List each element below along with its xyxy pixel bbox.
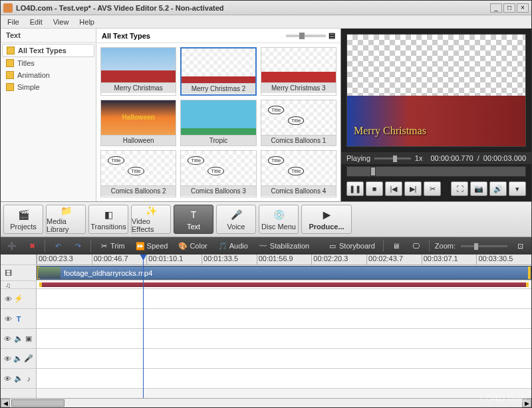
next-frame-button[interactable]: ▶| [404, 181, 422, 196]
mic-icon[interactable]: 🎤 [24, 354, 33, 363]
text-track[interactable] [37, 309, 531, 329]
toolbar-produce-button[interactable]: ▶Produce... [301, 205, 352, 234]
audio-button[interactable]: 🎵Audio [215, 240, 251, 252]
text-preset-tropic[interactable]: Tropic [180, 100, 256, 147]
menu-help[interactable]: Help [75, 17, 98, 27]
toolbar-disc-menu-button[interactable]: 💿Disc Menu [259, 205, 299, 234]
text-preset-comics-balloons-1[interactable]: TitleTitleComics Balloons 1 [261, 100, 336, 147]
scroll-right-button[interactable]: ▶ [522, 399, 531, 407]
text-preset-comics-balloons-2[interactable]: TitleTitleComics Balloons 2 [100, 150, 176, 197]
video-clip[interactable]: footage_oldharryrocks.mp4 [37, 266, 531, 280]
ruler-tick: 00:00:46.7 [92, 255, 147, 264]
toolbar-projects-button[interactable]: 🎬Projects [3, 205, 43, 234]
speaker-icon[interactable]: 🔈 [13, 354, 23, 363]
app-icon [3, 3, 13, 13]
eye-icon[interactable]: 👁 [3, 314, 13, 324]
list-view-icon[interactable]: ▤ [329, 31, 335, 40]
close-button[interactable]: × [517, 3, 529, 13]
fullscreen-button[interactable]: ⛶ [451, 181, 468, 196]
volume-button[interactable]: 🔊 [489, 181, 507, 196]
eye-icon[interactable]: 👁 [3, 334, 13, 344]
window-title: LO4D.com - Test.vep* - AVS Video Editor … [16, 4, 490, 12]
lightning-icon[interactable]: ⚡ [14, 294, 23, 304]
playhead[interactable] [143, 255, 144, 398]
timeline-ruler[interactable]: 00:00:23.300:00:46.700:01:10.100:01:33.5… [37, 255, 531, 265]
sidebar-item-simple[interactable]: Simple [2, 81, 94, 93]
trim-button[interactable]: ✂Trim [96, 240, 128, 252]
text-preset-merry-christmas[interactable]: Merry Christmas [100, 47, 176, 96]
delete-button[interactable]: ✖ [25, 240, 39, 252]
menu-view[interactable]: View [49, 17, 73, 27]
prev-frame-button[interactable]: |◀ [385, 181, 402, 196]
voice-track[interactable] [37, 349, 531, 369]
sidebar-item-all-text-types[interactable]: All Text Types [2, 44, 94, 57]
speed-slider[interactable] [374, 157, 411, 159]
text-preset-halloween[interactable]: HalloweenHalloween [100, 100, 176, 147]
storyboard-button[interactable]: ▭Storyboard [325, 240, 378, 252]
toolbar-video-effects-button[interactable]: ✨Video Effects [131, 205, 171, 234]
add-media-button[interactable]: ➕ [5, 240, 19, 252]
scrollbar-thumb[interactable] [11, 399, 65, 407]
timeline-scrollbar[interactable]: ◀ ▶ [1, 398, 531, 407]
overlay-track[interactable] [37, 329, 531, 349]
clip-thumbnail [38, 267, 61, 278]
playback-status: Playing [346, 154, 370, 162]
text-icon: T [187, 208, 200, 221]
split-button[interactable]: ✂ [424, 181, 441, 196]
eye-icon[interactable]: 👁 [3, 294, 13, 304]
pause-button[interactable]: ❚❚ [346, 181, 364, 196]
toolbar-text-button[interactable]: TText [174, 205, 213, 234]
preview-panel: Merry Christmas Playing 1x 00:00:00.770 … [341, 29, 531, 201]
eye-icon[interactable]: 👁 [3, 374, 13, 383]
toolbar-voice-button[interactable]: 🎤Voice [216, 205, 256, 234]
music-track[interactable] [37, 369, 531, 389]
undo-button[interactable]: ↶ [51, 240, 65, 252]
speed-button[interactable]: ⏩Speed [133, 240, 171, 252]
zoom-slider[interactable] [461, 245, 507, 247]
scroll-left-button[interactable]: ◀ [1, 399, 10, 407]
text-preset-merry-christmas-3[interactable]: Merry Christmas 3 [261, 47, 336, 96]
settings-dropdown[interactable]: ▾ [509, 181, 526, 196]
eye-icon[interactable]: 👁 [3, 354, 12, 363]
preview-video[interactable]: Merry Christmas [346, 34, 526, 147]
effects-track[interactable] [37, 289, 531, 309]
maximize-button[interactable]: □ [503, 3, 515, 13]
video-track[interactable]: footage_oldharryrocks.mp4 [37, 265, 531, 281]
menu-edit[interactable]: Edit [26, 17, 47, 27]
menu-file[interactable]: File [3, 17, 23, 27]
timeline-toolbar: ➕ ✖ ↶ ↷ ✂Trim ⏩Speed 🎨Color 🎵Audio 〰Stab… [1, 237, 531, 255]
seek-bar[interactable] [346, 166, 526, 177]
overlay-track-icon[interactable]: ▣ [25, 334, 34, 344]
toolbar-media-library-button[interactable]: 📁Media Library [46, 205, 86, 234]
speaker-icon[interactable]: 🔈 [14, 334, 23, 344]
projects-icon: 🎬 [17, 208, 30, 221]
toolbar-transitions-button[interactable]: ◧Transitions [88, 205, 128, 234]
stop-button[interactable]: ■ [366, 181, 383, 196]
menubar: File Edit View Help [1, 15, 531, 29]
ruler-tick: 00:02:43.7 [366, 255, 422, 264]
text-preset-comics-balloons-3[interactable]: TitleTitleComics Balloons 3 [180, 150, 256, 197]
music-icon[interactable]: ♪ [25, 374, 34, 383]
speaker-icon[interactable]: 🔈 [14, 374, 23, 383]
gallery-title: All Text Types [102, 32, 150, 40]
redo-button[interactable]: ↷ [70, 240, 85, 252]
audio-waveform-track[interactable] [37, 281, 531, 289]
ruler-tick: 00:03:07.1 [422, 255, 477, 264]
text-track-icon[interactable]: T [14, 314, 23, 324]
snapshot-button[interactable]: 📷 [470, 181, 487, 196]
zoom-fit-button[interactable]: ⊡ [513, 240, 527, 252]
fit-window-button[interactable]: 🖥 [389, 240, 404, 252]
time-duration: 00:00:03.000 [483, 154, 526, 162]
minimize-button[interactable]: _ [490, 3, 502, 13]
sidebar-item-animation[interactable]: Animation [2, 69, 94, 81]
folder-icon [6, 59, 14, 67]
text-preset-merry-christmas-2[interactable]: Merry Christmas 2 [180, 47, 256, 96]
text-preset-comics-balloons-4[interactable]: TitleTitleComics Balloons 4 [261, 150, 336, 197]
color-button[interactable]: 🎨Color [176, 240, 209, 252]
stabilization-button[interactable]: 〰Stabilization [256, 240, 312, 252]
monitor-button[interactable]: 🖵 [409, 240, 424, 252]
thumb-size-slider[interactable] [286, 35, 326, 37]
ruler-tick: 00:01:10.1 [146, 255, 201, 264]
produce--icon: ▶ [320, 208, 333, 221]
sidebar-item-titles[interactable]: Titles [2, 57, 94, 69]
